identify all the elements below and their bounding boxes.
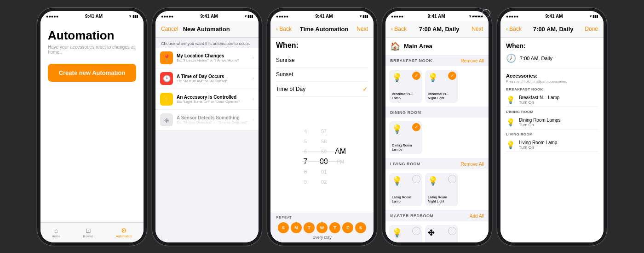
tab-bar-1: ⌂ Home ⊡ Rooms ⚙ Automation [40, 222, 144, 242]
status-bar-3: ●●●●● 9:41 AM ▾ ▮▮▮ [270, 11, 374, 21]
acc-item-action-1: Turn On [519, 100, 559, 105]
time-icon: 🕐 [160, 72, 173, 85]
tab-automation[interactable]: ⚙ Automation [116, 227, 132, 238]
acc-item-name-1: Breakfast N... Lamp [519, 95, 559, 100]
day-sunday[interactable]: S [278, 222, 289, 233]
min-00: 00 [316, 157, 332, 167]
screen4-content: 🏠 Main Area BREAKFAST NOOK Remove All 💡 … [385, 38, 489, 242]
remove-all-breakfast[interactable]: Remove All [460, 58, 484, 63]
time: 9:41 AM [85, 14, 103, 19]
screen1-content: Automation Have your accessories react t… [40, 21, 144, 222]
home-area-icon: 🏠 [390, 41, 400, 51]
back-button-3[interactable]: ‹ Back [276, 26, 292, 32]
min-57: 57 [316, 126, 332, 136]
home-icon: ⌂ [54, 227, 58, 234]
location-icon: 📍 [160, 51, 173, 64]
signal-4: ●●●●● [391, 14, 403, 19]
back-button-5[interactable]: ‹ Back [506, 26, 522, 32]
item-text-3: An Accessory is Controlled Ex: "Light Tu… [177, 95, 249, 104]
room-name-breakfast: BREAKFAST NOOK [390, 58, 432, 63]
tab-home[interactable]: ⌂ Home [52, 227, 61, 238]
acc-tile[interactable]: 💡 Living Room Lamp [389, 173, 422, 206]
list-item[interactable]: 📍 My Location Changes Ex: "I Leave Home"… [155, 48, 259, 68]
item-subtitle-3: Ex: "Light Turns On" or "Door Opened" [177, 100, 249, 104]
acc-tile[interactable]: 💡 Master Bed... [389, 225, 422, 242]
acc-item-info-3: Living Room Lamp Turn On [519, 140, 557, 150]
battery-area: ▾ ▮▮▮ [129, 14, 138, 18]
day-monday[interactable]: M [291, 222, 302, 233]
acc-item-icon-2: 💡 [506, 118, 515, 127]
status-bar-5: ●●●●● 9:41 AM ▾ ▮▮▮ [500, 11, 604, 21]
check-circle-7 [448, 227, 456, 235]
status-bar-4: ●●●●● 9:41 AM ▾ ▰▰▰▰ [385, 11, 489, 21]
list-item: ◈ A Sensor Detects Something Ex: "Motion… [155, 110, 259, 130]
signal-2: ●●●●● [161, 14, 173, 19]
check-circle-2: ✓ [448, 72, 456, 80]
screen3-content: When: Sunrise Sunset Time of Day ✓ [270, 38, 374, 242]
next-button-3[interactable]: Next [356, 26, 368, 32]
acc-room-breakfast: BREAKFAST NOOK 💡 Breakfast N... Lamp Tur… [506, 87, 598, 107]
tab-home-label: Home [52, 235, 61, 238]
room-name-dining: DINING ROOM [390, 110, 421, 115]
day-friday[interactable]: F [342, 222, 353, 233]
tab-rooms-label: Rooms [83, 235, 93, 238]
room-name-living: LIVING ROOM [390, 162, 420, 166]
acc-name-5: Living Room Night Light [428, 195, 455, 203]
acc-item-name-2: Dining Room Lamps [519, 118, 561, 123]
day-bubbles: S M T W T F S [276, 222, 368, 233]
automation-list: 📍 My Location Changes Ex: "I Leave Home"… [155, 48, 259, 130]
back-button-4[interactable]: ‹ Back [391, 26, 407, 32]
picker-row: 4 5 6 7 8 9 57 58 59 00 01 [297, 129, 347, 184]
cancel-button[interactable]: Cancel [161, 26, 178, 32]
summary-time-text: 7:00 AM, Daily [520, 56, 552, 61]
remove-all-living[interactable]: Remove All [460, 162, 484, 167]
status-bar-1: ●●●●● 9:41 AM ▾ ▮▮▮ [40, 11, 144, 21]
hour-4: 4 [297, 126, 314, 136]
create-automation-button[interactable]: Create new Automation [48, 64, 136, 82]
signal-5: ●●●●● [506, 14, 518, 19]
hour-5: 5 [297, 136, 314, 146]
nav-title-2: New Automation [183, 26, 230, 33]
section-header: Choose when you want this automation to … [155, 38, 259, 48]
acc-name-2: Breakfast N... Night Light [428, 92, 455, 100]
hour-9: 9 [297, 177, 314, 187]
acc-tile[interactable]: 💡 Living Room Night Light [425, 173, 458, 206]
tab-rooms[interactable]: ⊡ Rooms [83, 227, 93, 238]
phone-1: ●●●●● 9:41 AM ▾ ▮▮▮ Automation Have your… [37, 7, 147, 246]
room-breakfast-nook: BREAKFAST NOOK Remove All 💡 ✓ Breakfast … [385, 56, 489, 107]
item-subtitle-4: Ex: "Motion Detected" or "Smoke Detected… [177, 120, 249, 124]
min-59: 59 [316, 146, 332, 157]
check-circle-6 [412, 227, 420, 235]
option-sunset[interactable]: Sunset [276, 67, 368, 82]
day-tuesday[interactable]: T [304, 222, 315, 233]
option-time-of-day[interactable]: Time of Day ✓ [276, 82, 368, 97]
done-button-5[interactable]: Done [585, 26, 598, 32]
next-button-4[interactable]: Next [472, 26, 483, 32]
room-header-dining: DINING ROOM [385, 107, 489, 118]
check-circle-1: ✓ [412, 72, 420, 80]
acc-tile[interactable]: 💡 ✓ Dining Room Lamps [389, 121, 422, 154]
summary-when-label: When: [506, 42, 598, 50]
repeat-section: REPEAT S M T W T F S Every Day [270, 213, 374, 242]
accessories-grid-dining: 💡 ✓ Dining Room Lamps [385, 118, 489, 158]
item-title-4: A Sensor Detects Something [177, 115, 249, 120]
room-header-breakfast: BREAKFAST NOOK Remove All [385, 56, 489, 66]
list-item[interactable]: 🕐 A Time of Day Occurs Ex: "At 8:00 AM" … [155, 68, 259, 89]
acc-item-info-1: Breakfast N... Lamp Turn On [519, 95, 559, 105]
sensor-icon: ◈ [160, 113, 173, 126]
item-subtitle-1: Ex: "I Leave Home" or "I Arrive Home" [177, 58, 249, 62]
acc-tile[interactable]: 💡 ✓ Breakfast N... Night Light [425, 70, 458, 103]
day-saturday[interactable]: S [355, 222, 366, 233]
acc-item: 💡 Breakfast N... Lamp Turn On [506, 93, 598, 107]
acc-item-action-2: Turn On [519, 123, 561, 127]
add-all-master[interactable]: Add All [470, 214, 484, 219]
day-thursday[interactable]: T [329, 222, 340, 233]
acc-tile[interactable]: 💡 ✓ Breakfast N... Lamp [389, 70, 422, 103]
day-wednesday[interactable]: W [316, 222, 328, 233]
option-sunrise[interactable]: Sunrise [276, 53, 368, 67]
list-item[interactable]: ⚡ An Accessory is Controlled Ex: "Light … [155, 89, 259, 110]
time-picker[interactable]: 4 5 6 7 8 9 57 58 59 00 01 [270, 101, 374, 213]
acc-tile[interactable]: ✤ Master Bed... [425, 225, 458, 242]
acc-room-dining: DINING ROOM 💡 Dining Room Lamps Turn On [506, 110, 598, 129]
item-title-1: My Location Changes [177, 53, 249, 58]
